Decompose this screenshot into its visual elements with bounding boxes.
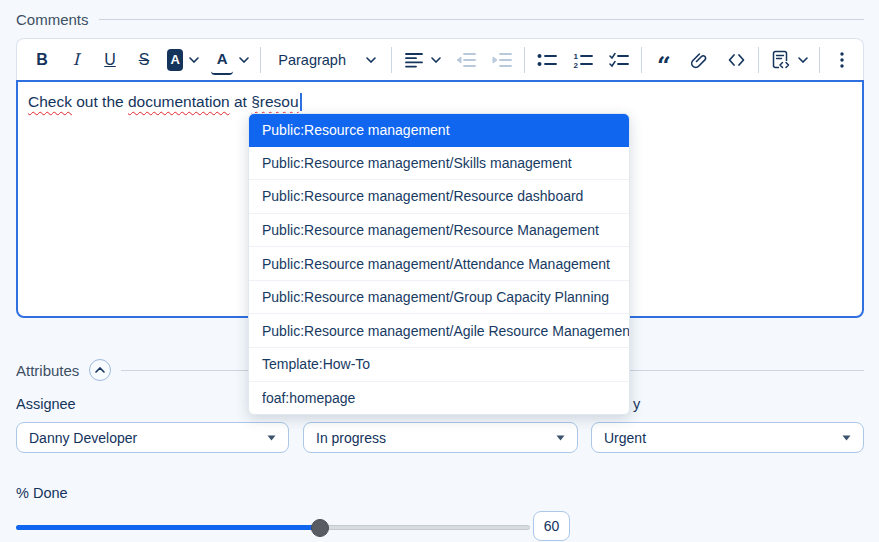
link-button[interactable]	[689, 45, 711, 75]
attributes-collapse-button[interactable]	[89, 359, 111, 381]
bulleted-list-button[interactable]	[536, 45, 558, 75]
highlight-dropdown-chevron[interactable]	[189, 57, 199, 63]
autocomplete-item[interactable]: Template:How-To	[249, 348, 630, 382]
svg-text:1: 1	[574, 52, 579, 61]
comments-title: Comments	[16, 11, 89, 28]
toolbar-separator	[758, 47, 759, 73]
toolbar-overflow-group	[808, 45, 853, 75]
assignee-value: Danny Developer	[29, 430, 137, 446]
underline-button[interactable]: U	[99, 45, 121, 75]
comment-form-page: { "colors": { "accent_blue": "#1166ef", …	[0, 0, 879, 542]
link-icon	[691, 51, 709, 69]
percent-done-value: 60	[544, 518, 560, 534]
code-block-dropdown-chevron[interactable]	[798, 57, 808, 63]
increase-indent-button	[491, 45, 513, 75]
paragraph-style-value: Paragraph	[278, 52, 346, 68]
toolbar-separator	[391, 47, 392, 73]
select-caret-icon	[267, 435, 276, 441]
status-select[interactable]: In progress	[303, 422, 578, 453]
comments-section-header: Comments	[16, 11, 864, 28]
assignee-select[interactable]: Danny Developer	[16, 422, 289, 453]
autocomplete-item[interactable]: Public:Resource management/Attendance Ma…	[249, 247, 630, 281]
chevron-down-icon	[366, 57, 376, 63]
autocomplete-item[interactable]: Public:Resource management	[249, 114, 630, 147]
autocomplete-item[interactable]: Public:Resource management/Agile Resourc…	[249, 314, 630, 348]
select-caret-icon	[842, 435, 851, 441]
code-block-icon	[771, 50, 791, 70]
text-caret	[300, 93, 302, 111]
chevron-down-icon	[189, 57, 199, 63]
toolbar-separator	[260, 47, 261, 73]
inline-code-button[interactable]	[725, 45, 747, 75]
alignment-dropdown-chevron[interactable]	[431, 57, 441, 63]
status-value: In progress	[316, 430, 386, 446]
toolbar-separator	[524, 47, 525, 73]
chevron-down-icon	[431, 57, 441, 63]
autocomplete-list: Public:Resource managementPublic:Resourc…	[249, 114, 630, 414]
chevron-up-icon	[95, 367, 105, 373]
autocomplete-item[interactable]: Public:Resource management/Resource Mana…	[249, 214, 630, 248]
decrease-indent-button	[455, 45, 477, 75]
vertical-ellipsis-icon	[840, 52, 844, 68]
toolbar-separator	[819, 47, 820, 73]
todo-list-button[interactable]	[608, 45, 630, 75]
percent-done-slider[interactable]	[16, 519, 530, 536]
priority-value: Urgent	[604, 430, 646, 446]
svg-text:2: 2	[574, 61, 579, 68]
strikethrough-button[interactable]: S	[133, 45, 155, 75]
align-left-icon	[405, 52, 423, 68]
todo-list-icon	[609, 52, 629, 68]
bold-button[interactable]: B	[31, 45, 53, 75]
attributes-title: Attributes	[16, 362, 79, 379]
show-more-items-button[interactable]	[831, 45, 853, 75]
autocomplete-item[interactable]: Public:Resource management/Group Capacit…	[249, 281, 630, 315]
bulleted-list-icon	[537, 52, 557, 68]
editor-text: out the	[72, 93, 128, 110]
priority-select[interactable]: Urgent	[591, 422, 864, 453]
chevron-down-icon	[239, 57, 249, 63]
numbered-list-icon: 12	[573, 52, 593, 68]
slider-fill	[16, 525, 320, 530]
code-brackets-icon	[728, 53, 745, 67]
editor-toolbar: B I U S A A Paragraph 12 “	[16, 38, 864, 80]
misspelled-word: documentation	[128, 93, 230, 110]
autocomplete-item[interactable]: Public:Resource management/Skills manage…	[249, 147, 630, 181]
block-quote-button[interactable]: “	[653, 45, 675, 75]
highlight-color-button[interactable]: A	[167, 49, 183, 71]
chevron-down-icon	[798, 57, 808, 63]
page-autocomplete-dropdown: Public:Resource managementPublic:Resourc…	[248, 113, 630, 415]
toolbar-separator	[641, 47, 642, 73]
autocomplete-item[interactable]: foaf:homepage	[249, 382, 630, 415]
font-color-button[interactable]: A	[211, 45, 233, 75]
paragraph-style-dropdown[interactable]: Paragraph	[272, 45, 380, 75]
comments-divider-line	[99, 19, 864, 20]
font-color-letter-icon: A	[217, 50, 228, 67]
assignee-label: Assignee	[16, 396, 76, 412]
font-color-dropdown-chevron[interactable]	[239, 57, 249, 63]
priority-label-visible-fragment: y	[633, 396, 640, 412]
percent-done-value-input[interactable]: 60	[533, 511, 570, 541]
autocomplete-item[interactable]: Public:Resource management/Resource dash…	[249, 180, 630, 214]
select-caret-icon	[556, 435, 565, 441]
indent-icon	[492, 52, 512, 68]
percent-done-label: % Done	[16, 485, 68, 501]
misspelled-word: §resou	[251, 93, 298, 110]
editor-text-line: Check out the documentation at §resou	[28, 93, 299, 110]
numbered-list-button[interactable]: 12	[572, 45, 594, 75]
misspelled-word: Check	[28, 93, 72, 110]
code-block-button[interactable]	[770, 45, 792, 75]
editor-text: at	[230, 93, 252, 110]
outdent-icon	[456, 52, 476, 68]
slider-thumb[interactable]	[311, 519, 329, 537]
highlight-letter-icon: A	[170, 52, 179, 67]
italic-button[interactable]: I	[65, 45, 87, 75]
text-alignment-button[interactable]	[403, 45, 425, 75]
